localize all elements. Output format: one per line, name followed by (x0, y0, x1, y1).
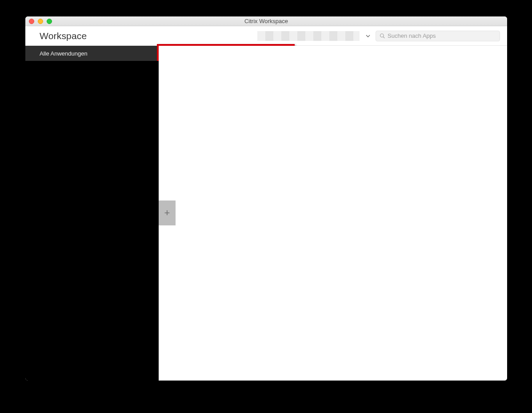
sidebar: Alle Anwendungen UZH Citrix UZH Citrix Q… (25, 46, 159, 381)
svg-point-0 (380, 34, 384, 37)
plus-icon: + (164, 207, 170, 219)
app-body: Alle Anwendungen UZH Citrix UZH Citrix Q… (25, 46, 507, 381)
svg-line-1 (383, 37, 384, 38)
user-identity-redacted (257, 31, 360, 41)
user-menu-chevron-icon[interactable] (364, 32, 372, 40)
window-title: Citrix Workspace (244, 18, 288, 24)
close-window-icon[interactable] (29, 19, 34, 24)
minimize-window-icon[interactable] (38, 19, 43, 24)
sidebar-item-label: Alle Anwendungen (40, 50, 88, 57)
titlebar[interactable]: Citrix Workspace (25, 16, 507, 26)
zoom-window-icon[interactable] (47, 19, 52, 24)
window-controls (29, 19, 52, 24)
app-header: Workspace (25, 26, 507, 46)
app-window: Citrix Workspace Workspace Alle Anwendun… (25, 16, 507, 381)
search-icon (380, 33, 385, 39)
main-content: + (159, 46, 507, 381)
search-input[interactable] (388, 32, 496, 39)
brand-label: Workspace (40, 31, 87, 41)
search-input-wrapper[interactable] (376, 31, 500, 41)
add-button[interactable]: + (159, 200, 176, 225)
sidebar-item-all-apps[interactable]: Alle Anwendungen (25, 46, 159, 61)
